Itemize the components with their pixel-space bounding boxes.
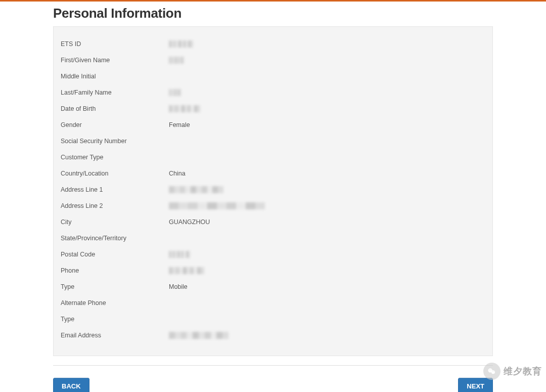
redacted-block xyxy=(169,57,184,64)
field-row: Address Line 2 xyxy=(61,198,485,214)
field-value xyxy=(169,57,485,64)
field-value-text: China xyxy=(169,170,186,177)
field-row: CityGUANGZHOU xyxy=(61,214,485,230)
redacted-block xyxy=(169,89,181,96)
page-wrap: Personal Information ETS IDFirst/Given N… xyxy=(0,2,546,392)
field-row: State/Province/Territory xyxy=(61,230,485,246)
field-label: Country/Location xyxy=(61,170,169,177)
field-row: Last/Family Name xyxy=(61,84,485,101)
field-label: Type xyxy=(61,283,169,290)
field-row: GenderFemale xyxy=(61,117,485,133)
main-content: Personal Information ETS IDFirst/Given N… xyxy=(53,6,493,356)
field-label: Email Address xyxy=(61,332,169,339)
field-label: Gender xyxy=(61,121,169,128)
field-row: Alternate Phone xyxy=(61,295,485,311)
field-label: Alternate Phone xyxy=(61,299,169,307)
field-value: Female xyxy=(169,121,485,128)
redacted-block xyxy=(169,251,190,258)
redacted-block xyxy=(169,267,204,274)
personal-info-panel: ETS IDFirst/Given NameMiddle InitialLast… xyxy=(53,26,493,356)
field-label: Address Line 1 xyxy=(61,186,169,193)
field-label: ETS ID xyxy=(61,40,169,48)
field-label: Last/Family Name xyxy=(61,89,169,96)
field-row: Social Security Number xyxy=(61,133,485,149)
field-row: Address Line 1 xyxy=(61,182,485,198)
redacted-block xyxy=(169,105,200,112)
field-label: Social Security Number xyxy=(61,138,169,145)
field-value xyxy=(169,251,485,258)
field-value: Mobile xyxy=(169,283,485,290)
field-label: Type xyxy=(61,316,169,323)
field-label: Postal Code xyxy=(61,251,169,258)
field-row: Type xyxy=(61,311,485,327)
field-row: Customer Type xyxy=(61,149,485,165)
footer-bar: BACK NEXT xyxy=(53,365,493,392)
field-label: Phone xyxy=(61,267,169,274)
field-value-text: Female xyxy=(169,121,190,128)
back-button[interactable]: BACK xyxy=(53,378,89,392)
next-button[interactable]: NEXT xyxy=(458,378,493,392)
field-row: Phone xyxy=(61,263,485,279)
field-label: State/Province/Territory xyxy=(61,235,169,242)
field-value: GUANGZHOU xyxy=(169,219,485,226)
field-label: Address Line 2 xyxy=(61,202,169,209)
field-value xyxy=(169,89,485,97)
field-value-text: Mobile xyxy=(169,283,188,290)
field-value xyxy=(169,202,485,210)
redacted-block xyxy=(169,202,265,209)
field-row: Date of Birth xyxy=(61,101,485,117)
field-value xyxy=(169,267,485,275)
field-row: Middle Initial xyxy=(61,68,485,84)
field-value xyxy=(169,186,485,194)
field-value xyxy=(169,105,485,113)
redacted-block xyxy=(169,40,193,48)
field-label: Customer Type xyxy=(61,154,169,161)
field-row: First/Given Name xyxy=(61,52,485,68)
field-value xyxy=(169,332,485,339)
redacted-block xyxy=(169,332,229,339)
field-value: China xyxy=(169,170,485,177)
field-row: Postal Code xyxy=(61,246,485,263)
field-label: Middle Initial xyxy=(61,73,169,80)
field-value-text: GUANGZHOU xyxy=(169,219,210,226)
field-row: Country/LocationChina xyxy=(61,165,485,182)
field-row: ETS ID xyxy=(61,36,485,52)
field-row: TypeMobile xyxy=(61,279,485,295)
field-row: Email Address xyxy=(61,327,485,343)
field-value xyxy=(169,40,485,48)
field-label: City xyxy=(61,219,169,226)
redacted-block xyxy=(169,186,223,193)
field-label: First/Given Name xyxy=(61,57,169,64)
page-title: Personal Information xyxy=(53,6,493,21)
field-label: Date of Birth xyxy=(61,105,169,112)
